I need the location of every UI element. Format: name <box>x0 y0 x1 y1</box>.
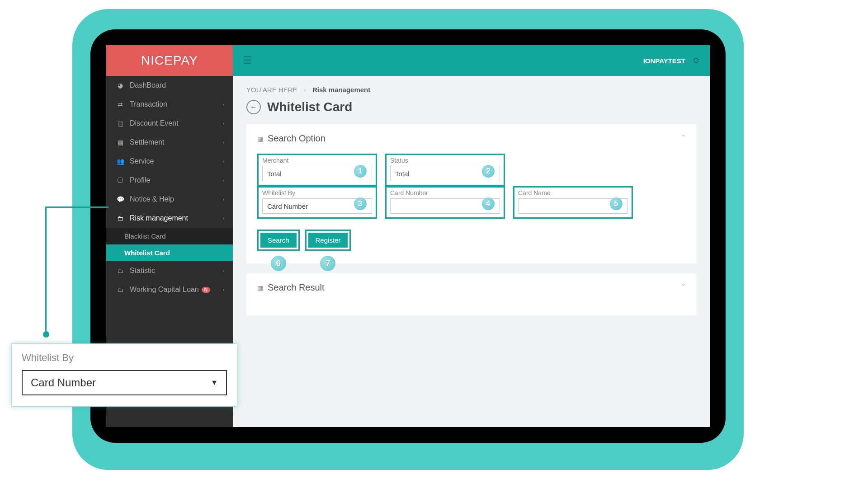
register-button-box: Register 7 <box>305 230 351 251</box>
folder-icon: 🗀 <box>115 267 125 274</box>
sidebar-item-label: Service <box>130 157 154 165</box>
sidebar-subitem-whitelist[interactable]: Whitelist Card <box>106 244 233 261</box>
chevron-left-icon: ‹ <box>223 158 225 164</box>
register-button[interactable]: Register <box>308 233 348 248</box>
brand-logo: NICEPAY <box>106 45 233 76</box>
cardname-label: Card Name <box>518 189 628 197</box>
sidebar-subitem-blacklist[interactable]: Blacklist Card <box>106 228 233 244</box>
chevron-left-icon: ‹ <box>223 177 225 183</box>
sidebar-item-label: Transaction <box>130 100 167 108</box>
whitelistby-field-group: Whitelist By Card Number ▼ 3 <box>257 186 377 219</box>
sidebar-item-transaction[interactable]: ⇄ Transaction ‹ <box>106 95 233 114</box>
annotation-badge-1: 1 <box>354 165 367 178</box>
callout-value: Card Number <box>31 376 96 389</box>
annotation-badge-3: 3 <box>354 197 367 210</box>
new-badge: N <box>202 287 210 293</box>
bars-icon: ▥ <box>115 120 125 127</box>
sidebar-item-discount[interactable]: ▥ Discount Event ‹ <box>106 114 233 133</box>
chevron-left-icon: ‹ <box>223 286 225 293</box>
annotation-badge-6: 6 <box>271 256 286 271</box>
calendar-icon: ▦ <box>115 139 125 146</box>
whitelistby-value: Card Number <box>267 202 308 210</box>
users-icon: 👥 <box>115 158 125 165</box>
main-area: ☰ IONPAYTEST ⚙ YOU ARE HERE › Risk manag… <box>233 45 710 427</box>
panel-title: Search Result <box>268 282 325 293</box>
user-label: IONPAYTEST <box>643 57 685 65</box>
back-button[interactable]: ← <box>246 100 261 114</box>
exchange-icon: ⇄ <box>115 101 125 108</box>
cardnumber-input[interactable] <box>395 199 495 213</box>
hamburger-icon[interactable]: ☰ <box>243 55 252 66</box>
collapse-icon[interactable]: ⌄ <box>681 131 686 138</box>
page-title: Whitelist Card <box>267 100 352 114</box>
sidebar-item-label: DashBoard <box>130 81 166 89</box>
status-label: Status <box>390 157 500 164</box>
sidebar-item-profile[interactable]: 🖵 Profile ‹ <box>106 171 233 190</box>
chat-icon: 💬 <box>115 196 125 203</box>
chevron-left-icon: ‹ <box>223 139 225 145</box>
search-result-panel: ⌄ ▦ Search Result <box>246 273 696 315</box>
breadcrumb: YOU ARE HERE › Risk management <box>246 86 696 94</box>
annotation-badge-7: 7 <box>320 256 335 271</box>
status-value: Total <box>395 170 410 178</box>
callout-label: Whitelist By <box>22 352 227 364</box>
callout-connector-dot <box>43 331 49 338</box>
grid-icon: ▦ <box>257 135 263 142</box>
sidebar-item-label: Risk management <box>130 214 188 222</box>
cardnumber-label: Card Number <box>390 189 500 197</box>
arrow-left-icon: ← <box>250 103 257 111</box>
sidebar-item-label: Working Capital Loan <box>130 286 199 294</box>
chevron-left-icon: ‹ <box>223 267 225 274</box>
sidebar-item-label: Statistic <box>130 267 155 275</box>
monitor-icon: 🖵 <box>115 177 125 184</box>
breadcrumb-prefix: YOU ARE HERE <box>246 86 297 94</box>
merchant-label: Merchant <box>262 157 372 164</box>
whitelistby-label: Whitelist By <box>262 189 372 197</box>
panel-header: ▦ Search Option <box>257 133 685 144</box>
content: YOU ARE HERE › Risk management ← Whiteli… <box>233 76 710 335</box>
sidebar-item-risk[interactable]: 🗀 Risk management ‹ <box>106 209 233 228</box>
sidebar-item-service[interactable]: 👥 Service ‹ <box>106 152 233 171</box>
topbar: ☰ IONPAYTEST ⚙ <box>233 45 710 76</box>
panel-header: ▦ Search Result <box>257 282 685 293</box>
panel-title: Search Option <box>268 133 326 144</box>
collapse-icon[interactable]: ⌄ <box>681 280 686 287</box>
grid-icon: ▦ <box>257 284 263 291</box>
caret-down-icon: ▼ <box>211 379 218 387</box>
sidebar-item-label: Settlement <box>130 138 164 146</box>
sidebar-item-loan[interactable]: 🗀 Working Capital Loan N ‹ <box>106 280 233 299</box>
folder-icon: 🗀 <box>115 215 125 222</box>
folder-icon: 🗀 <box>115 286 125 293</box>
search-button-box: Search 6 <box>257 230 300 251</box>
chevron-right-icon: › <box>304 86 306 94</box>
annotation-badge-4: 4 <box>482 197 495 210</box>
chevron-left-icon: ‹ <box>223 215 225 221</box>
search-option-panel: ⌄ ▦ Search Option Merchant Total <box>246 124 696 263</box>
chevron-left-icon: ‹ <box>223 101 225 108</box>
callout-connector <box>45 206 108 334</box>
dashboard-icon: ◕ <box>115 82 125 89</box>
sidebar-item-label: Notice & Help <box>130 195 174 203</box>
cardnumber-field-group: Card Number 4 <box>385 186 505 219</box>
merchant-field-group: Merchant Total ▼ 1 <box>257 154 377 186</box>
chevron-left-icon: ‹ <box>223 120 225 127</box>
sidebar-item-settlement[interactable]: ▦ Settlement ‹ <box>106 133 233 152</box>
gear-icon[interactable]: ⚙ <box>693 56 700 66</box>
page-title-row: ← Whitelist Card <box>246 100 696 114</box>
sidebar-item-notice[interactable]: 💬 Notice & Help ‹ <box>106 190 233 209</box>
status-field-group: Status Total ▼ 2 <box>385 154 505 186</box>
sidebar-item-label: Discount Event <box>130 119 179 127</box>
merchant-value: Total <box>267 170 282 178</box>
annotation-badge-5: 5 <box>610 197 623 210</box>
annotation-badge-2: 2 <box>482 165 495 178</box>
sidebar-item-label: Profile <box>130 176 150 184</box>
cardname-input[interactable] <box>523 199 623 213</box>
sidebar-item-statistic[interactable]: 🗀 Statistic ‹ <box>106 261 233 280</box>
callout-detail-box: Whitelist By Card Number ▼ <box>11 343 237 407</box>
chevron-left-icon: ‹ <box>223 196 225 202</box>
callout-select[interactable]: Card Number ▼ <box>22 370 227 395</box>
sidebar-item-dashboard[interactable]: ◕ DashBoard <box>106 76 233 95</box>
sidebar-subitem-label: Blacklist Card <box>124 232 166 240</box>
cardname-field-group: Card Name 5 <box>513 186 633 219</box>
search-button[interactable]: Search <box>260 233 297 248</box>
